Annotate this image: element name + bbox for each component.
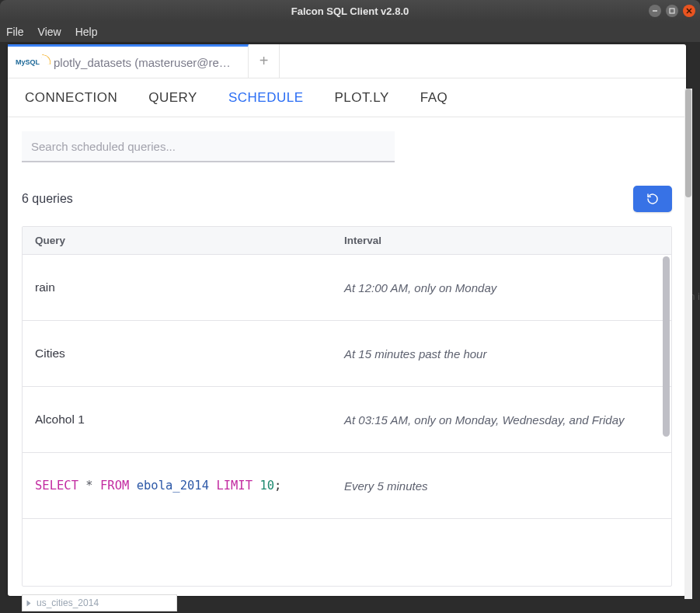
refresh-icon: [646, 193, 659, 205]
query-interval: At 12:00 AM, only on Monday: [340, 281, 671, 294]
connection-tab[interactable]: MySQL plotly_datasets (masteruser@read…: [8, 44, 249, 78]
svg-rect-1: [670, 9, 674, 13]
menu-view[interactable]: View: [38, 26, 61, 38]
query-interval: Every 5 minutes: [340, 479, 671, 493]
query-interval: At 15 minutes past the hour: [340, 347, 671, 360]
query-name: rain: [23, 280, 340, 294]
col-interval: Interval: [340, 235, 671, 246]
table-row[interactable]: Alcohol 1 At 03:15 AM, only on Monday, W…: [23, 387, 671, 453]
menu-help[interactable]: Help: [75, 26, 98, 38]
query-name: Cities: [23, 347, 340, 360]
connection-tab-label: plotly_datasets (masteruser@read…: [54, 56, 237, 69]
menubar: File View Help: [0, 22, 700, 42]
background-tree-item[interactable]: us_cities_2014: [22, 594, 177, 611]
nav-tabs: CONNECTION QUERY SCHEDULE PLOT.LY FAQ: [8, 78, 686, 117]
table-row[interactable]: SELECT * FROM ebola_2014 LIMIT 10; Every…: [23, 453, 671, 519]
query-count: 6 queries: [22, 192, 73, 206]
query-sql: SELECT * FROM ebola_2014 LIMIT 10;: [23, 479, 340, 493]
scrollbar-thumb[interactable]: [663, 256, 670, 437]
connection-tabstrip: MySQL plotly_datasets (masteruser@read… …: [8, 44, 686, 78]
refresh-button[interactable]: [633, 186, 672, 212]
tab-plotly[interactable]: PLOT.LY: [335, 90, 389, 106]
table-scrollbar[interactable]: [663, 256, 670, 584]
tab-connection[interactable]: CONNECTION: [25, 90, 117, 106]
scrollbar-thumb[interactable]: [685, 89, 691, 197]
chevron-right-icon: [27, 600, 31, 606]
col-query: Query: [23, 235, 340, 246]
add-connection-tab[interactable]: +: [249, 44, 280, 78]
maximize-button[interactable]: [666, 5, 678, 17]
queries-table: Query Interval rain At 12:00 AM, only on…: [22, 226, 672, 587]
panel-scrollbar[interactable]: [684, 89, 692, 599]
close-button[interactable]: [683, 5, 695, 17]
tree-item-label: us_cities_2014: [37, 597, 99, 608]
query-name: Alcohol 1: [23, 413, 340, 427]
query-interval: At 03:15 AM, only on Monday, Wednesday, …: [340, 413, 671, 427]
tab-query[interactable]: QUERY: [148, 90, 197, 106]
menu-file[interactable]: File: [6, 26, 24, 38]
minimize-button[interactable]: [649, 5, 661, 17]
table-row[interactable]: rain At 12:00 AM, only on Monday: [23, 255, 671, 321]
table-row[interactable]: Cities At 15 minutes past the hour: [23, 321, 671, 387]
main-panel: MySQL plotly_datasets (masteruser@read… …: [8, 44, 686, 596]
titlebar: Falcon SQL Client v2.8.0: [0, 0, 700, 22]
window-title: Falcon SQL Client v2.8.0: [291, 5, 409, 17]
mysql-icon: MySQL: [16, 58, 49, 66]
tab-schedule[interactable]: SCHEDULE: [228, 90, 304, 106]
search-input[interactable]: [22, 131, 395, 162]
tab-faq[interactable]: FAQ: [420, 90, 448, 106]
